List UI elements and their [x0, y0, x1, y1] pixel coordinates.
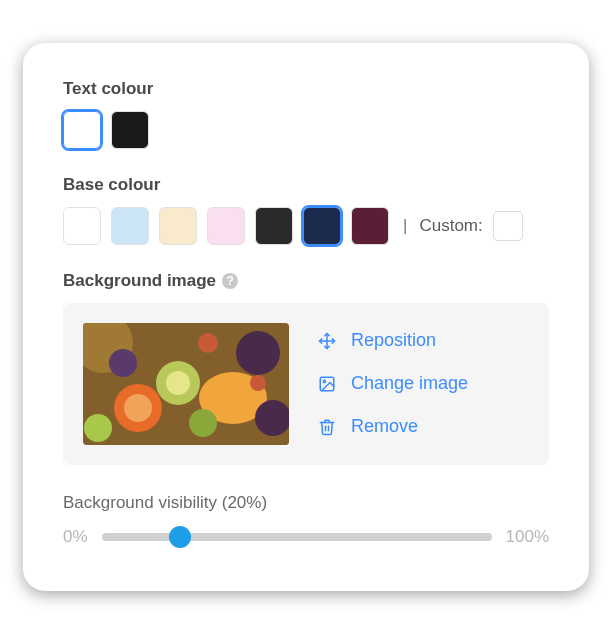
svg-point-13 [250, 375, 266, 391]
change-image-button[interactable]: Change image [317, 373, 468, 394]
base-colour-swatch-6[interactable] [351, 207, 389, 245]
reposition-label: Reposition [351, 330, 436, 351]
custom-colour-swatch[interactable] [493, 211, 523, 241]
text-colour-label: Text colour [63, 79, 549, 99]
move-icon [317, 331, 337, 351]
background-image-panel: Reposition Change image Remove [63, 303, 549, 465]
svg-point-7 [236, 331, 280, 375]
text-colour-swatches [63, 111, 549, 149]
image-icon [317, 374, 337, 394]
text-colour-swatch-1[interactable] [111, 111, 149, 149]
background-image-thumbnail [83, 323, 289, 445]
base-colour-swatch-0[interactable] [63, 207, 101, 245]
trash-icon [317, 417, 337, 437]
svg-point-5 [166, 371, 190, 395]
text-colour-label-text: Text colour [63, 79, 153, 99]
base-colour-swatches: |Custom: [63, 207, 549, 245]
background-image-label: Background image ? [63, 271, 549, 291]
slider-min-label: 0% [63, 527, 88, 547]
svg-point-17 [323, 380, 325, 382]
change-image-label: Change image [351, 373, 468, 394]
slider-max-label: 100% [506, 527, 549, 547]
svg-point-11 [84, 414, 112, 442]
base-colour-label: Base colour [63, 175, 549, 195]
svg-point-3 [124, 394, 152, 422]
background-image-label-text: Background image [63, 271, 216, 291]
appearance-settings-card: Text colour Base colour |Custom: Backgro… [23, 43, 589, 591]
reposition-button[interactable]: Reposition [317, 330, 468, 351]
base-colour-swatch-2[interactable] [159, 207, 197, 245]
base-colour-swatch-4[interactable] [255, 207, 293, 245]
remove-label: Remove [351, 416, 418, 437]
svg-point-12 [198, 333, 218, 353]
remove-button[interactable]: Remove [317, 416, 468, 437]
visibility-label: Background visibility (20%) [63, 493, 549, 513]
visibility-slider-thumb[interactable] [169, 526, 191, 548]
custom-colour-label: Custom: [419, 216, 482, 236]
text-colour-swatch-0[interactable] [63, 111, 101, 149]
svg-point-8 [109, 349, 137, 377]
base-colour-swatch-5[interactable] [303, 207, 341, 245]
base-colour-swatch-1[interactable] [111, 207, 149, 245]
visibility-slider-row: 0% 100% [63, 527, 549, 547]
background-image-actions: Reposition Change image Remove [317, 330, 468, 437]
visibility-slider[interactable] [102, 533, 492, 541]
base-colour-label-text: Base colour [63, 175, 160, 195]
help-icon[interactable]: ? [222, 273, 238, 289]
svg-point-9 [189, 409, 217, 437]
swatch-divider: | [403, 216, 407, 236]
base-colour-swatch-3[interactable] [207, 207, 245, 245]
